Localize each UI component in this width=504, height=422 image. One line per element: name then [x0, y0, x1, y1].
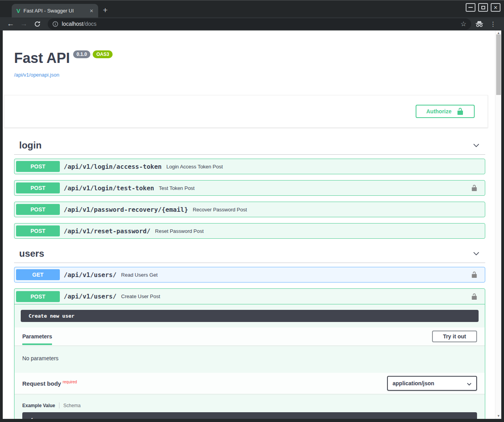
- tab-title: Fast API - Swagger UI: [23, 8, 85, 14]
- example-area: Example Value Schema {: [14, 394, 485, 419]
- reload-icon: [34, 21, 41, 27]
- op-summary: Test Token Post: [159, 185, 195, 191]
- op-path: /api/v1/users/: [64, 271, 117, 279]
- unlocked-padlock-icon: [456, 107, 464, 115]
- window-minimize-button[interactable]: [466, 3, 475, 12]
- chevron-down-icon: [466, 381, 472, 387]
- scheme-container: Authorize: [4, 95, 488, 128]
- op-read-users[interactable]: GET /api/v1/users/ Read Users Get: [14, 267, 485, 283]
- media-type-value: application/json: [393, 380, 434, 386]
- schema-tab[interactable]: Schema: [59, 403, 81, 408]
- media-type-select[interactable]: application/json: [387, 376, 477, 391]
- openapi-spec-link[interactable]: /api/v1/openapi.json: [14, 72, 485, 78]
- try-it-out-button[interactable]: Try it out: [432, 331, 477, 342]
- request-body-label: Request body: [22, 380, 61, 387]
- example-value-tab[interactable]: Example Value: [22, 403, 59, 408]
- op-summary: Read Users Get: [121, 272, 158, 278]
- favicon-icon: V: [16, 8, 20, 14]
- method-badge: POST: [16, 204, 60, 215]
- op-path: /api/v1/login/access-token: [64, 163, 161, 170]
- section-login-title: login: [19, 140, 41, 151]
- api-info: Fast API0.1.0OAS3 /api/v1/openapi.json: [3, 30, 495, 78]
- auth-lock-button[interactable]: [471, 184, 478, 191]
- auth-lock-button[interactable]: [471, 293, 478, 300]
- unlocked-padlock-icon: [471, 271, 478, 278]
- browser-menu-button[interactable]: ⋮: [488, 20, 499, 28]
- parameters-tab[interactable]: Parameters: [22, 333, 52, 340]
- page-viewport: Fast API0.1.0OAS3 /api/v1/openapi.json A…: [3, 30, 501, 419]
- maximize-icon: [481, 6, 485, 9]
- reload-button[interactable]: [31, 18, 43, 29]
- chevron-down-icon[interactable]: [472, 141, 481, 150]
- op-login-access-token[interactable]: POST /api/v1/login/access-token Login Ac…: [14, 159, 485, 174]
- unlocked-padlock-icon: [471, 184, 478, 191]
- minimize-icon: [468, 7, 473, 8]
- page-title: Fast API: [14, 50, 70, 66]
- url-path: /docs: [83, 21, 96, 27]
- op-password-recovery[interactable]: POST /api/v1/password-recovery/{email} R…: [14, 202, 485, 217]
- auth-lock-button[interactable]: [471, 271, 478, 278]
- version-badge: 0.1.0: [73, 50, 91, 58]
- section-login: login POST /api/v1/login/access-token Lo…: [14, 136, 485, 239]
- unlocked-padlock-icon: [471, 293, 478, 300]
- authorize-button[interactable]: Authorize: [416, 105, 475, 118]
- op-summary: Recover Password Post: [193, 207, 247, 213]
- url-text[interactable]: localhost/docs: [62, 21, 457, 27]
- back-button[interactable]: ←: [5, 18, 16, 29]
- op-description: Create new user: [21, 310, 479, 322]
- code-line: {: [30, 417, 33, 419]
- op-path: /api/v1/password-recovery/{email}: [64, 206, 188, 213]
- section-users-header[interactable]: users: [14, 245, 485, 263]
- authorize-label: Authorize: [426, 108, 452, 114]
- address-bar[interactable]: localhost/docs ☆: [48, 18, 471, 30]
- request-body-header: Request bodyrequired application/json: [14, 373, 485, 394]
- op-login-test-token[interactable]: POST /api/v1/login/test-token Test Token…: [14, 180, 485, 196]
- example-code-block: {: [22, 412, 477, 419]
- op-summary: Create User Post: [121, 293, 160, 299]
- browser-titlebar: V Fast API - Swagger UI ✕ + ✕: [0, 0, 504, 17]
- op-path: /api/v1/users/: [64, 293, 117, 300]
- method-badge: POST: [16, 225, 60, 236]
- scrollbar-thumb[interactable]: [496, 34, 501, 95]
- bookmark-star-icon[interactable]: ☆: [461, 20, 466, 28]
- scroll-down-arrow-icon[interactable]: ▼: [495, 413, 501, 419]
- op-path: /api/v1/login/test-token: [64, 184, 154, 192]
- site-info-icon[interactable]: [52, 21, 58, 27]
- forward-button[interactable]: →: [18, 18, 30, 29]
- url-host: localhost: [62, 21, 83, 27]
- chevron-down-icon[interactable]: [472, 249, 481, 258]
- page-scrollbar[interactable]: ▲ ▼: [495, 30, 501, 419]
- op-create-user-expanded: POST /api/v1/users/ Create User Post Cre…: [14, 288, 485, 419]
- method-badge: GET: [16, 269, 60, 280]
- section-users: users GET /api/v1/users/ Read Users Get: [14, 245, 485, 419]
- new-tab-button[interactable]: +: [103, 6, 108, 14]
- window-maximize-button[interactable]: [478, 3, 488, 12]
- op-path: /api/v1/reset-password/: [64, 227, 151, 235]
- op-create-user-summary[interactable]: POST /api/v1/users/ Create User Post: [14, 289, 485, 304]
- method-badge: POST: [16, 182, 60, 193]
- incognito-icon: [475, 21, 484, 27]
- section-login-header[interactable]: login: [14, 136, 485, 155]
- required-label: required: [63, 380, 77, 384]
- oas3-badge: OAS3: [93, 50, 113, 58]
- window-close-button[interactable]: ✕: [491, 3, 500, 12]
- no-parameters-text: No parameters: [14, 345, 485, 373]
- browser-toolbar: ← → localhost/docs ☆ ⋮: [0, 17, 504, 30]
- browser-tab[interactable]: V Fast API - Swagger UI ✕: [12, 4, 98, 18]
- method-badge: POST: [16, 161, 60, 172]
- section-users-title: users: [19, 248, 44, 259]
- op-summary: Login Access Token Post: [166, 164, 222, 170]
- method-badge: POST: [16, 291, 60, 302]
- op-summary: Reset Password Post: [155, 228, 204, 234]
- op-reset-password[interactable]: POST /api/v1/reset-password/ Reset Passw…: [14, 223, 485, 239]
- parameters-header: Parameters Try it out: [14, 327, 485, 345]
- tab-close-icon[interactable]: ✕: [88, 7, 95, 14]
